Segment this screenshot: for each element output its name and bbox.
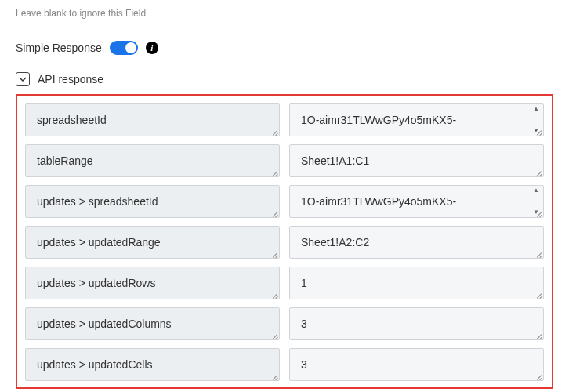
resize-handle[interactable] <box>534 249 543 258</box>
api-response-box: spreadsheetId1O-aimr31TLWwGPy4o5mKX5-▲▼t… <box>16 94 553 389</box>
response-row: spreadsheetId1O-aimr31TLWwGPy4o5mKX5-▲▼ <box>25 103 544 136</box>
response-key[interactable]: updates > spreadsheetId <box>25 185 280 218</box>
resize-handle[interactable] <box>534 208 543 217</box>
response-key[interactable]: updates > updatedRows <box>25 267 280 299</box>
resize-handle[interactable] <box>270 208 279 217</box>
field-hint: Leave blank to ignore this Field <box>16 8 553 19</box>
response-key[interactable]: spreadsheetId <box>25 103 280 136</box>
response-value[interactable]: 3 <box>289 348 544 381</box>
response-row: updates > spreadsheetId1O-aimr31TLWwGPy4… <box>25 185 544 218</box>
response-value[interactable]: 1O-aimr31TLWwGPy4o5mKX5-▲▼ <box>289 185 544 218</box>
response-value[interactable]: 3 <box>289 307 544 340</box>
response-value[interactable]: 1 <box>289 267 544 299</box>
resize-handle[interactable] <box>534 330 543 339</box>
response-key[interactable]: tableRange <box>25 144 280 177</box>
collapse-toggle[interactable] <box>16 72 30 86</box>
simple-response-toggle[interactable] <box>110 41 138 55</box>
response-row: updates > updatedCells3 <box>25 348 544 381</box>
response-value[interactable]: Sheet1!A1:C1 <box>289 144 544 177</box>
response-key[interactable]: updates > updatedCells <box>25 348 280 381</box>
api-response-label: API response <box>38 73 103 85</box>
response-value[interactable]: Sheet1!A2:C2 <box>289 226 544 259</box>
resize-handle[interactable] <box>270 289 279 299</box>
resize-handle[interactable] <box>534 126 543 136</box>
response-row: tableRangeSheet1!A1:C1 <box>25 144 544 177</box>
response-row: updates > updatedColumns3 <box>25 307 544 340</box>
resize-handle[interactable] <box>270 330 279 339</box>
response-key[interactable]: updates > updatedColumns <box>25 307 280 340</box>
response-key[interactable]: updates > updatedRange <box>25 226 280 259</box>
api-response-header: API response <box>16 72 553 86</box>
info-icon[interactable]: i <box>146 42 158 54</box>
response-row: updates > updatedRows1 <box>25 267 544 299</box>
simple-response-row: Simple Response i <box>16 41 553 55</box>
resize-handle[interactable] <box>534 289 543 299</box>
resize-handle[interactable] <box>270 249 279 258</box>
resize-handle[interactable] <box>270 167 279 176</box>
response-row: updates > updatedRangeSheet1!A2:C2 <box>25 226 544 259</box>
resize-handle[interactable] <box>270 126 279 136</box>
resize-handle[interactable] <box>270 371 279 380</box>
simple-response-label: Simple Response <box>16 42 102 54</box>
resize-handle[interactable] <box>534 371 543 380</box>
response-value[interactable]: 1O-aimr31TLWwGPy4o5mKX5-▲▼ <box>289 103 544 136</box>
chevron-down-icon <box>19 75 27 83</box>
resize-handle[interactable] <box>534 167 543 176</box>
